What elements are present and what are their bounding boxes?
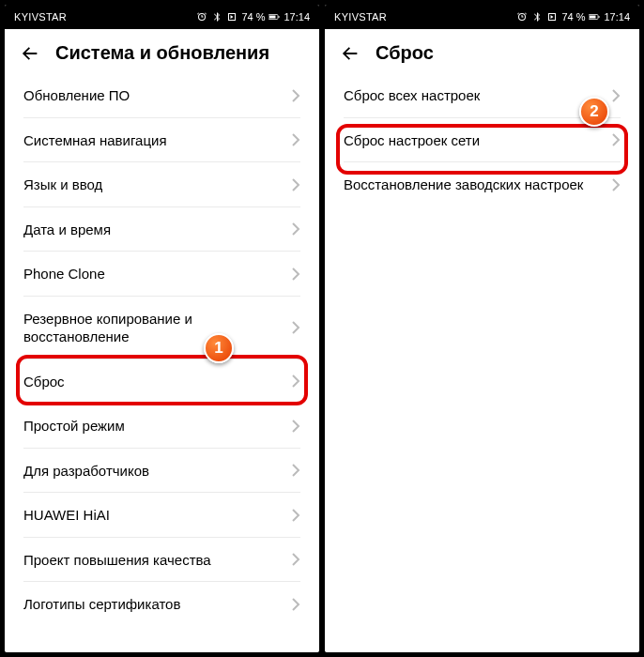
item-developer-options[interactable]: Для разработчиков xyxy=(5,449,319,494)
item-backup-restore[interactable]: Резервное копирование и восстановление xyxy=(5,297,319,359)
chevron-right-icon xyxy=(291,222,300,236)
chevron-right-icon xyxy=(291,598,300,611)
chevron-right-icon xyxy=(291,420,300,433)
chevron-right-icon xyxy=(611,178,621,191)
item-reset[interactable]: Сброс xyxy=(5,359,319,405)
item-huawei-hiai[interactable]: HUAWEI HiAI xyxy=(5,493,319,538)
svg-rect-2 xyxy=(279,16,280,18)
back-icon[interactable] xyxy=(20,43,40,64)
item-date-time[interactable]: Дата и время xyxy=(5,207,319,252)
item-phone-clone[interactable]: Phone Clone xyxy=(5,252,319,297)
time-label: 17:14 xyxy=(284,11,310,23)
phone-right: KYIVSTAR 74 % 17:14 Сброс Сброс всех нас… xyxy=(325,5,639,652)
page-title: Система и обновления xyxy=(55,42,269,64)
battery-icon xyxy=(268,11,280,23)
chevron-right-icon xyxy=(291,267,300,281)
svg-rect-4 xyxy=(590,16,596,19)
chevron-right-icon xyxy=(291,553,300,566)
battery-icon xyxy=(589,11,600,23)
item-software-update[interactable]: Обновление ПО xyxy=(5,73,319,118)
svg-rect-1 xyxy=(269,16,276,19)
reset-list: Сброс всех настроек Сброс настроек сети … xyxy=(325,73,639,652)
bluetooth-icon xyxy=(531,11,543,23)
item-quality-improvement[interactable]: Проект повышения качества xyxy=(5,538,319,583)
step-badge-2: 2 xyxy=(579,97,609,127)
item-language-input[interactable]: Язык и ввод xyxy=(5,162,319,207)
header: Сброс xyxy=(325,29,639,73)
carrier-label: KYIVSTAR xyxy=(14,11,67,23)
chevron-right-icon xyxy=(291,133,300,146)
item-factory-reset[interactable]: Восстановление заводских настроек xyxy=(325,162,639,207)
bluetooth-icon xyxy=(211,11,222,23)
chevron-right-icon xyxy=(611,133,621,146)
carrier-label: KYIVSTAR xyxy=(334,11,387,23)
header: Система и обновления xyxy=(5,29,319,73)
status-icons: 74 % 17:14 xyxy=(196,11,310,23)
chevron-right-icon xyxy=(611,89,621,102)
battery-pct: 74 % xyxy=(561,11,585,23)
chevron-right-icon xyxy=(291,464,300,477)
alarm-icon xyxy=(196,11,207,23)
chevron-right-icon xyxy=(291,89,300,102)
battery-pct: 74 % xyxy=(241,11,265,23)
chevron-right-icon xyxy=(291,374,300,388)
item-certificate-logos[interactable]: Логотипы сертификатов xyxy=(5,582,319,627)
settings-list: Обновление ПО Системная навигация Язык и… xyxy=(5,73,319,652)
nfc-icon xyxy=(226,11,238,23)
item-system-navigation[interactable]: Системная навигация xyxy=(5,118,319,163)
chevron-right-icon xyxy=(291,321,300,334)
alarm-icon xyxy=(516,11,528,23)
status-bar: KYIVSTAR 74 % 17:14 xyxy=(5,5,319,29)
status-icons: 74 % 17:14 xyxy=(516,11,630,23)
phone-left: KYIVSTAR 74 % 17:14 Система и обновления… xyxy=(5,5,319,652)
page-title: Сброс xyxy=(376,42,434,64)
chevron-right-icon xyxy=(291,509,300,522)
item-simple-mode[interactable]: Простой режим xyxy=(5,404,319,449)
status-bar: KYIVSTAR 74 % 17:14 xyxy=(325,5,639,29)
nfc-icon xyxy=(546,11,558,23)
chevron-right-icon xyxy=(291,178,300,191)
step-badge-1: 1 xyxy=(204,333,234,363)
back-icon[interactable] xyxy=(340,43,360,64)
time-label: 17:14 xyxy=(604,11,630,23)
svg-rect-5 xyxy=(599,16,600,18)
